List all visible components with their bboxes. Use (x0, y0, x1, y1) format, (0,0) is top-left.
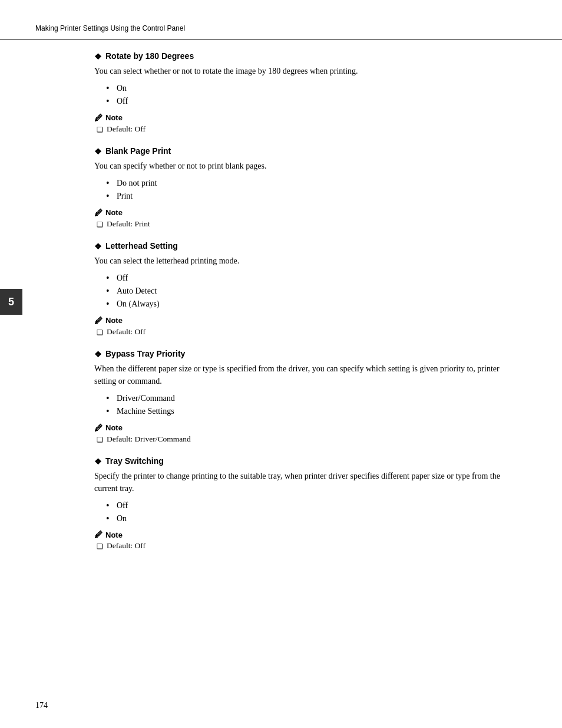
note-title-blank-page: 🖉 Note (94, 208, 515, 218)
chapter-tab: 5 (0, 289, 22, 315)
list-item: Off (106, 95, 515, 108)
list-item: Auto Detect (106, 285, 515, 298)
note-pencil-icon: 🖉 (94, 113, 103, 123)
note-label: Note (105, 316, 123, 325)
section-title-rotate-180: ❖ Rotate by 180 Degrees (94, 51, 515, 61)
note-pencil-icon: 🖉 (94, 208, 103, 218)
section-label-letterhead: Letterhead Setting (105, 241, 178, 251)
list-item: On (106, 512, 515, 525)
section-blank-page-print: ❖ Blank Page Print You can specify wheth… (94, 146, 515, 229)
section-bypass-tray-priority: ❖ Bypass Tray Priority When the differen… (94, 349, 515, 444)
content-area: ❖ Rotate by 180 Degrees You can select w… (0, 51, 562, 551)
note-title-rotate-180: 🖉 Note (94, 113, 515, 123)
note-label: Note (105, 423, 123, 432)
section-tray-switching: ❖ Tray Switching Specify the printer to … (94, 456, 515, 552)
note-box-letterhead: 🖉 Note ❏ Default: Off (94, 316, 515, 337)
checkbox-icon: ❏ (97, 542, 103, 551)
bullet-list-rotate-180: On Off (106, 82, 515, 108)
note-title-letterhead: 🖉 Note (94, 316, 515, 325)
section-title-bypass: ❖ Bypass Tray Priority (94, 349, 515, 359)
note-label: Note (105, 531, 123, 539)
checkbox-icon: ❏ (97, 220, 103, 229)
section-desc-rotate-180: You can select whether or not to rotate … (94, 65, 515, 77)
section-desc-bypass: When the different paper size or type is… (94, 363, 515, 387)
page-header: Making Printer Settings Using the Contro… (0, 24, 562, 39)
note-default-letterhead: Default: Off (107, 327, 146, 337)
note-title-tray-switching: 🖉 Note (94, 530, 515, 539)
section-label-tray-switching: Tray Switching (105, 456, 164, 466)
list-item: On (Always) (106, 298, 515, 311)
page-number: 174 (35, 701, 48, 710)
note-default-blank-page: Default: Print (107, 219, 150, 229)
page-container: 5 Making Printer Settings Using the Cont… (0, 0, 562, 728)
diamond-icon-tray-switching: ❖ (94, 457, 102, 466)
page-footer: 174 (35, 701, 48, 710)
note-box-rotate-180: 🖉 Note ❏ Default: Off (94, 113, 515, 134)
section-desc-blank-page: You can specify whether or not to print … (94, 160, 515, 172)
checkbox-icon: ❏ (97, 328, 103, 337)
note-default-tray-switching: Default: Off (107, 541, 146, 551)
bullet-list-bypass: Driver/Command Machine Settings (106, 392, 515, 419)
note-default-rotate-180: Default: Off (107, 124, 146, 134)
section-title-letterhead: ❖ Letterhead Setting (94, 241, 515, 251)
section-letterhead-setting: ❖ Letterhead Setting You can select the … (94, 241, 515, 337)
list-item: On (106, 82, 515, 95)
section-rotate-180: ❖ Rotate by 180 Degrees You can select w… (94, 51, 515, 134)
note-title-bypass: 🖉 Note (94, 423, 515, 433)
diamond-icon-letterhead: ❖ (94, 242, 102, 251)
note-default-bypass: Default: Driver/Command (107, 434, 191, 444)
diamond-icon-blank-page: ❖ (94, 147, 102, 156)
note-content-blank-page: ❏ Default: Print (94, 219, 515, 229)
note-label: Note (105, 208, 123, 217)
bullet-list-letterhead: Off Auto Detect On (Always) (106, 272, 515, 311)
section-desc-letterhead: You can select the letterhead printing m… (94, 255, 515, 267)
note-content-tray-switching: ❏ Default: Off (94, 541, 515, 551)
note-label: Note (105, 113, 123, 122)
bullet-list-blank-page: Do not print Print (106, 177, 515, 203)
section-title-tray-switching: ❖ Tray Switching (94, 456, 515, 466)
note-pencil-icon: 🖉 (94, 423, 103, 433)
list-item: Off (106, 499, 515, 512)
bullet-list-tray-switching: Off On (106, 499, 515, 526)
header-text: Making Printer Settings Using the Contro… (35, 24, 185, 32)
diamond-icon-bypass: ❖ (94, 350, 102, 359)
note-content-rotate-180: ❏ Default: Off (94, 124, 515, 134)
section-desc-tray-switching: Specify the printer to change printing t… (94, 470, 515, 495)
checkbox-icon: ❏ (97, 436, 103, 444)
section-label-bypass: Bypass Tray Priority (105, 349, 185, 358)
note-pencil-icon: 🖉 (94, 530, 103, 539)
list-item: Off (106, 272, 515, 285)
list-item: Do not print (106, 177, 515, 190)
list-item: Print (106, 190, 515, 203)
note-box-blank-page: 🖉 Note ❏ Default: Print (94, 208, 515, 229)
section-title-blank-page: ❖ Blank Page Print (94, 146, 515, 156)
note-pencil-icon: 🖉 (94, 316, 103, 325)
chapter-number: 5 (8, 296, 14, 308)
checkbox-icon: ❏ (97, 126, 103, 134)
note-box-tray-switching: 🖉 Note ❏ Default: Off (94, 530, 515, 551)
note-box-bypass: 🖉 Note ❏ Default: Driver/Command (94, 423, 515, 444)
section-label-blank-page: Blank Page Print (105, 146, 171, 156)
diamond-icon-rotate-180: ❖ (94, 52, 102, 61)
note-content-letterhead: ❏ Default: Off (94, 327, 515, 337)
note-content-bypass: ❏ Default: Driver/Command (94, 434, 515, 444)
section-label-rotate-180: Rotate by 180 Degrees (105, 51, 194, 61)
list-item: Driver/Command (106, 392, 515, 405)
list-item: Machine Settings (106, 405, 515, 418)
